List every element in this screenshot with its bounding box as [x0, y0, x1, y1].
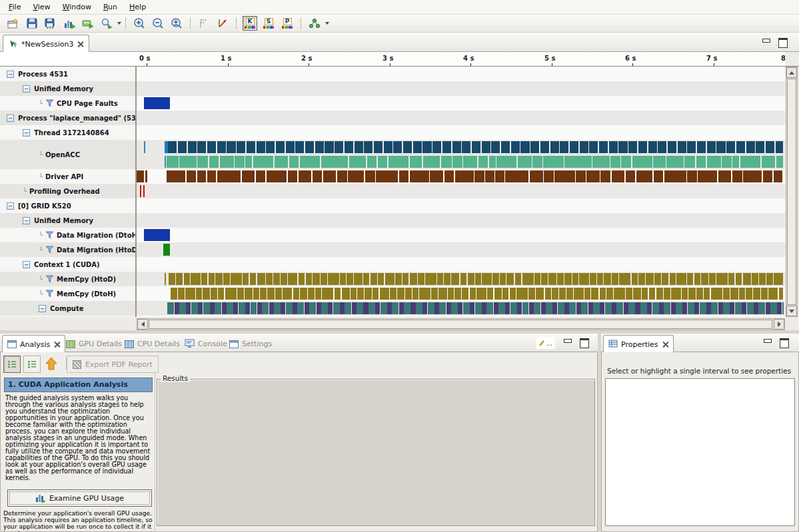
timeline-interval[interactable] — [297, 302, 304, 314]
timeline-interval[interactable] — [293, 288, 299, 300]
timeline-interval[interactable] — [168, 141, 177, 153]
timeline-interval[interactable] — [165, 273, 166, 285]
analysis-list-view-button[interactable] — [3, 356, 21, 373]
timeline-interval[interactable] — [317, 302, 321, 314]
timeline-interval[interactable] — [273, 273, 280, 285]
timeline-interval[interactable] — [328, 302, 333, 314]
timeline-interval[interactable] — [501, 141, 510, 153]
tab-analysis[interactable]: Analysis — [2, 335, 65, 353]
timeline-interval[interactable] — [557, 273, 564, 285]
timeline-interval[interactable] — [299, 170, 311, 182]
timeline-row-label[interactable]: └CPU Page Faults — [0, 96, 135, 111]
minimize-icon[interactable] — [563, 338, 572, 346]
timeline-row-track[interactable] — [137, 111, 785, 125]
timeline-interval[interactable] — [487, 288, 493, 300]
timeline-interval[interactable] — [576, 170, 586, 182]
timeline-interval[interactable] — [564, 302, 569, 314]
timeline-interval[interactable] — [638, 273, 645, 285]
timeline-interval[interactable] — [746, 288, 752, 300]
timeline-row-track[interactable] — [137, 213, 785, 228]
timeline-interval[interactable] — [766, 273, 773, 285]
kernel-color-toggle[interactable]: K — [243, 16, 257, 31]
timeline-interval[interactable] — [357, 288, 364, 300]
timeline-interval[interactable] — [251, 302, 257, 314]
timeline-interval[interactable] — [315, 288, 321, 300]
timeline-interval[interactable] — [404, 302, 410, 314]
timeline-interval[interactable] — [395, 273, 402, 285]
menu-window[interactable]: Window — [57, 1, 97, 13]
save-icon[interactable] — [24, 15, 40, 31]
timeline-interval[interactable] — [217, 170, 241, 182]
timeline-interval[interactable] — [239, 302, 245, 314]
timeline-row-track[interactable] — [137, 242, 785, 257]
timeline-interval[interactable] — [187, 170, 196, 182]
timeline-interval[interactable] — [399, 302, 404, 314]
menu-view[interactable]: View — [27, 1, 56, 13]
timeline-row-label[interactable]: └MemCpy (DtoH) — [0, 286, 135, 301]
maximize-icon[interactable] — [580, 338, 588, 346]
timeline-interval[interactable] — [178, 141, 187, 153]
new-session-icon[interactable] — [5, 15, 21, 31]
process-color-toggle[interactable]: P — [280, 16, 295, 31]
timeline-row-track[interactable] — [137, 257, 785, 272]
timeline-interval[interactable] — [647, 302, 652, 314]
timeline-interval[interactable] — [256, 170, 265, 182]
timeline-interval[interactable] — [597, 273, 603, 285]
timeline-interval[interactable] — [743, 273, 751, 285]
timeline-interval[interactable] — [658, 141, 666, 153]
timeline-interval[interactable] — [468, 273, 474, 285]
minimize-icon[interactable] — [763, 338, 772, 346]
timeline-interval[interactable] — [191, 273, 201, 285]
timeline-interval[interactable] — [590, 273, 596, 285]
close-icon[interactable] — [77, 41, 83, 47]
timeline-interval[interactable] — [600, 302, 604, 314]
timeline-interval[interactable] — [242, 170, 255, 182]
timeline-interval[interactable] — [486, 302, 493, 314]
horizontal-scrollbar[interactable] — [137, 318, 785, 330]
timeline-interval[interactable] — [591, 288, 598, 300]
timeline-interval[interactable] — [186, 302, 191, 314]
timeline-interval[interactable] — [387, 302, 392, 314]
timeline-interval[interactable] — [384, 141, 393, 153]
timeline-interval[interactable] — [365, 170, 375, 182]
timeline-interval[interactable] — [455, 170, 474, 182]
timeline-interval[interactable] — [628, 302, 635, 314]
timeline-interval[interactable] — [687, 273, 693, 285]
timeline-interval[interactable] — [354, 273, 363, 285]
timeline-interval[interactable] — [405, 288, 412, 300]
timeline-interval[interactable] — [289, 156, 299, 168]
timeline-interval[interactable] — [619, 273, 630, 285]
timeline-interval[interactable] — [559, 288, 566, 300]
timeline-interval[interactable] — [543, 156, 564, 168]
timeline-interval[interactable] — [671, 302, 676, 314]
timeline-interval[interactable] — [726, 141, 735, 153]
timeline-interval[interactable] — [668, 141, 676, 153]
timeline-interval[interactable] — [554, 170, 575, 182]
timeline-interval[interactable] — [632, 156, 652, 168]
timeline-interval[interactable] — [250, 273, 256, 285]
timeline-interval[interactable] — [299, 273, 305, 285]
timeline-interval[interactable] — [730, 302, 734, 314]
timeline-interval[interactable] — [363, 302, 369, 314]
timeline-interval[interactable] — [552, 302, 557, 314]
timeline-interval[interactable] — [201, 273, 207, 285]
timeline-interval[interactable] — [694, 302, 699, 314]
minimize-icon[interactable] — [762, 38, 770, 45]
timeline-interval[interactable] — [325, 141, 334, 153]
timeline-interval[interactable] — [367, 156, 377, 168]
timeline-interval[interactable] — [462, 288, 468, 300]
timeline-interval[interactable] — [656, 288, 663, 300]
timeline-interval[interactable] — [422, 141, 432, 153]
timeline-interval[interactable] — [688, 288, 696, 300]
timeline-interval[interactable] — [203, 288, 210, 300]
timeline-interval[interactable] — [410, 170, 429, 182]
timeline-interval[interactable] — [489, 156, 496, 168]
timeline-interval[interactable] — [718, 170, 731, 182]
timeline-row-track[interactable] — [137, 125, 785, 140]
timeline-interval[interactable] — [286, 141, 295, 153]
timeline-row-track[interactable] — [137, 140, 785, 169]
timeline-interval[interactable] — [209, 156, 219, 168]
timeline-interval[interactable] — [646, 273, 654, 285]
timeline-interval[interactable] — [722, 156, 732, 168]
timeline-interval[interactable] — [718, 302, 723, 314]
